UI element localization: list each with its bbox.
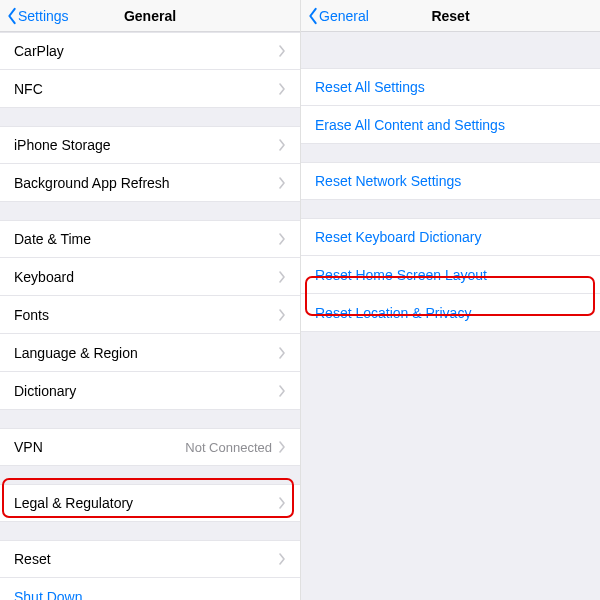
row-nfc[interactable]: NFC [0, 70, 300, 108]
row-label: VPN [14, 439, 185, 455]
navbar-reset: General Reset [301, 0, 600, 32]
back-label: Settings [18, 8, 69, 24]
row-fonts[interactable]: Fonts [0, 296, 300, 334]
row-reset[interactable]: Reset [0, 540, 300, 578]
general-list: CarPlay NFC iPhone Storage Background Ap… [0, 32, 300, 600]
row-label: Language & Region [14, 345, 278, 361]
general-settings-panel: Settings General CarPlay NFC iPhone Stor… [0, 0, 300, 600]
back-to-settings[interactable]: Settings [0, 7, 69, 25]
chevron-right-icon [278, 83, 286, 95]
row-label: Dictionary [14, 383, 278, 399]
row-reset-home-screen-layout[interactable]: Reset Home Screen Layout [301, 256, 600, 294]
row-reset-location-privacy[interactable]: Reset Location & Privacy [301, 294, 600, 332]
reset-list: Reset All Settings Erase All Content and… [301, 32, 600, 600]
row-label: Date & Time [14, 231, 278, 247]
row-vpn[interactable]: VPNNot Connected [0, 428, 300, 466]
chevron-left-icon [307, 7, 319, 25]
row-reset-network-settings[interactable]: Reset Network Settings [301, 162, 600, 200]
row-carplay[interactable]: CarPlay [0, 32, 300, 70]
back-label: General [319, 8, 369, 24]
back-to-general[interactable]: General [301, 7, 369, 25]
row-label: Reset Location & Privacy [315, 305, 586, 321]
row-label: Fonts [14, 307, 278, 323]
chevron-left-icon [6, 7, 18, 25]
row-erase-all-content[interactable]: Erase All Content and Settings [301, 106, 600, 144]
row-reset-all-settings[interactable]: Reset All Settings [301, 68, 600, 106]
row-label: Erase All Content and Settings [315, 117, 586, 133]
row-reset-keyboard-dictionary[interactable]: Reset Keyboard Dictionary [301, 218, 600, 256]
chevron-right-icon [278, 347, 286, 359]
row-dictionary[interactable]: Dictionary [0, 372, 300, 410]
row-label: Reset All Settings [315, 79, 586, 95]
row-date-time[interactable]: Date & Time [0, 220, 300, 258]
chevron-right-icon [278, 139, 286, 151]
row-label: Keyboard [14, 269, 278, 285]
chevron-right-icon [278, 385, 286, 397]
row-keyboard[interactable]: Keyboard [0, 258, 300, 296]
row-label: Background App Refresh [14, 175, 278, 191]
navbar-general: Settings General [0, 0, 300, 32]
row-legal-regulatory[interactable]: Legal & Regulatory [0, 484, 300, 522]
chevron-right-icon [278, 441, 286, 453]
row-label: Shut Down [14, 589, 286, 601]
row-shut-down[interactable]: Shut Down [0, 578, 300, 600]
chevron-right-icon [278, 233, 286, 245]
reset-panel: General Reset Reset All Settings Erase A… [300, 0, 600, 600]
chevron-right-icon [278, 271, 286, 283]
row-label: Reset Home Screen Layout [315, 267, 586, 283]
row-label: CarPlay [14, 43, 278, 59]
chevron-right-icon [278, 497, 286, 509]
row-label: Legal & Regulatory [14, 495, 278, 511]
chevron-right-icon [278, 45, 286, 57]
row-language-region[interactable]: Language & Region [0, 334, 300, 372]
row-detail: Not Connected [185, 440, 272, 455]
row-background-app-refresh[interactable]: Background App Refresh [0, 164, 300, 202]
chevron-right-icon [278, 177, 286, 189]
row-label: NFC [14, 81, 278, 97]
row-label: Reset Network Settings [315, 173, 586, 189]
chevron-right-icon [278, 309, 286, 321]
row-label: Reset Keyboard Dictionary [315, 229, 586, 245]
row-iphone-storage[interactable]: iPhone Storage [0, 126, 300, 164]
chevron-right-icon [278, 553, 286, 565]
row-label: Reset [14, 551, 278, 567]
row-label: iPhone Storage [14, 137, 278, 153]
